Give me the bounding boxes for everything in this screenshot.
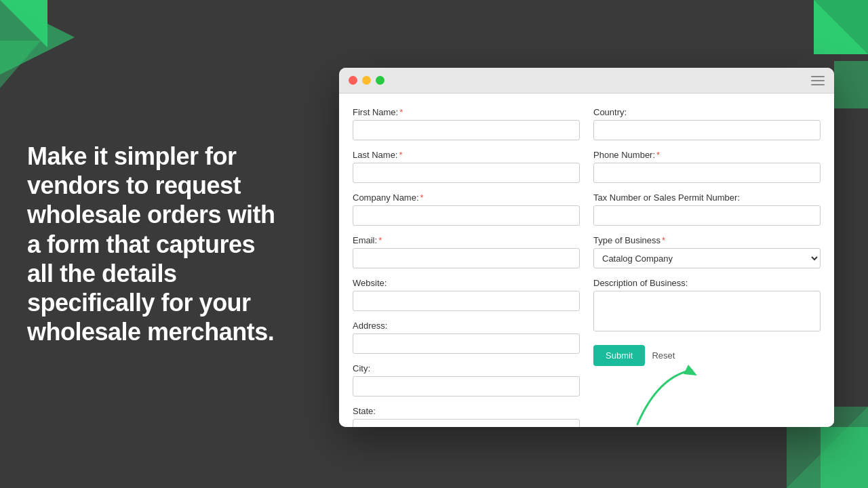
last-name-label: Last Name:*	[353, 150, 580, 160]
field-last-name: Last Name:*	[353, 150, 580, 183]
description-of-business-label: Description of Business:	[593, 278, 821, 288]
field-phone-number: Phone Number:*	[593, 150, 821, 183]
description-of-business-textarea[interactable]	[593, 291, 821, 331]
tax-number-label: Tax Number or Sales Permit Number:	[593, 192, 821, 203]
field-first-name: First Name:*	[353, 107, 580, 140]
field-state: State:	[353, 406, 580, 427]
first-name-label: First Name:*	[353, 107, 580, 117]
state-input[interactable]	[353, 419, 580, 427]
field-tax-number: Tax Number or Sales Permit Number:	[593, 192, 821, 226]
browser-window: First Name:* Last Name:* Company Name:* …	[339, 68, 834, 427]
form-left-column: First Name:* Last Name:* Company Name:* …	[353, 107, 580, 413]
field-company-name: Company Name:*	[353, 192, 580, 226]
last-name-input[interactable]	[353, 163, 580, 183]
website-label: Website:	[353, 278, 580, 288]
address-input[interactable]	[353, 333, 580, 354]
traffic-lights	[349, 76, 384, 85]
field-website: Website:	[353, 278, 580, 311]
tax-number-input[interactable]	[593, 205, 821, 226]
country-input[interactable]	[593, 120, 821, 140]
email-input[interactable]	[353, 248, 580, 268]
browser-titlebar	[339, 68, 834, 94]
phone-number-label: Phone Number:*	[593, 150, 821, 160]
field-email: Email:*	[353, 235, 580, 268]
left-panel: Make it simpler for vendors to request w…	[27, 142, 285, 346]
field-address: Address:	[353, 321, 580, 354]
hero-heading: Make it simpler for vendors to request w…	[27, 142, 285, 346]
hamburger-menu-icon[interactable]	[811, 76, 825, 85]
form-content: First Name:* Last Name:* Company Name:* …	[339, 94, 834, 427]
type-of-business-select[interactable]: Catalog Company Retailer Distributor Who…	[593, 248, 821, 268]
phone-number-input[interactable]	[593, 163, 821, 183]
traffic-light-yellow[interactable]	[362, 76, 371, 85]
state-label: State:	[353, 406, 580, 416]
field-country: Country:	[593, 107, 821, 140]
traffic-light-red[interactable]	[349, 76, 357, 85]
arrow-decoration	[631, 363, 712, 434]
svg-marker-2	[0, 41, 41, 88]
first-name-input[interactable]	[353, 120, 580, 140]
city-input[interactable]	[353, 376, 580, 396]
field-city: City:	[353, 363, 580, 396]
website-input[interactable]	[353, 291, 580, 311]
company-name-input[interactable]	[353, 205, 580, 226]
traffic-light-green[interactable]	[376, 76, 384, 85]
field-type-of-business: Type of Business* Catalog Company Retail…	[593, 235, 821, 268]
reset-button[interactable]: Reset	[652, 350, 675, 361]
svg-marker-9	[684, 365, 697, 375]
country-label: Country:	[593, 107, 821, 117]
deco-top-left	[0, 0, 75, 108]
email-label: Email:*	[353, 235, 580, 245]
svg-rect-5	[834, 61, 868, 108]
field-description-of-business: Description of Business:	[593, 278, 821, 331]
address-label: Address:	[353, 321, 580, 331]
type-of-business-label: Type of Business*	[593, 235, 821, 245]
company-name-label: Company Name:*	[353, 192, 580, 203]
city-label: City:	[353, 363, 580, 373]
